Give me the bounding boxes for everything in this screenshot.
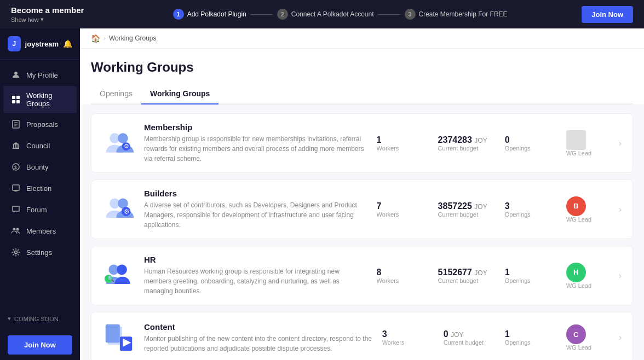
svg-point-26 [118,198,128,208]
wg-info-builders: Builders A diverse set of contributors, … [144,189,368,230]
wg-lead-stat-builders: B WG Lead [566,196,610,223]
wg-stats-builders: 7 Workers 3857225 JOY Current budget 3 O… [377,196,610,223]
step-1-num: 1 [173,9,184,20]
election-icon [11,183,21,193]
breadcrumb-home-icon[interactable]: 🏠 [91,34,100,43]
sidebar-item-members[interactable]: Members [3,220,77,241]
wg-card-membership[interactable]: ⚙ Membership Membership group is respons… [91,113,633,173]
wg-stats-content: 3 Workers 0 JOY Current budget 1 Opening… [382,324,610,351]
wg-budget-membership: 2374283 JOY Current budget [438,135,487,152]
step-1: 1 Add Polkadot Plugin [173,9,246,20]
svg-text:⚙: ⚙ [124,143,129,149]
wg-openings-content: 1 Openings [505,329,549,346]
sidebar-item-bounty[interactable]: $ Bounty [3,156,77,177]
tab-working-groups[interactable]: Working Groups [141,84,219,104]
wg-stats-hr: 8 Workers 5152677 JOY Current budget 1 O… [377,263,610,289]
sidebar: J joystream 🔔 My Profile Working Groups [0,28,80,360]
sidebar-label-working-groups: Working Groups [26,91,69,108]
wg-desc-content: Monitor publishing of the new content in… [144,334,373,353]
wg-budget-builders: 3857225 JOY Current budget [438,201,487,218]
step-2-label: Connect A Polkadot Account [291,10,374,18]
svg-point-0 [14,72,18,75]
svg-point-30 [117,264,127,275]
svg-rect-3 [12,100,15,103]
wg-icon-content [102,321,135,354]
members-icon [11,226,21,236]
wg-lead-avatar-hr: H [566,263,586,282]
wg-lead-stat-content: C WG Lead [566,324,610,351]
svg-rect-9 [13,144,14,148]
coming-soon-toggle[interactable]: ▾ COMING SOON [8,312,72,326]
wg-card-builders[interactable]: ⚙ Builders A diverse set of contributors… [91,179,633,239]
svg-rect-1 [12,96,15,99]
bounty-icon: $ [11,162,21,172]
coming-soon-section: ▾ COMING SOON [0,307,80,330]
logo-icon: J [8,36,21,51]
wg-openings-builders: 3 Openings [505,201,549,218]
profile-icon [11,70,21,80]
wg-budget-content: 0 JOY Current budget [444,329,487,346]
wg-card-content[interactable]: Content Monitor publishing of the new co… [91,312,633,360]
join-now-banner-button[interactable]: Join Now [582,6,633,23]
sidebar-item-proposals[interactable]: Proposals [3,114,77,135]
svg-rect-4 [16,100,20,103]
sidebar-item-election[interactable]: Election [3,178,77,199]
svg-rect-34 [106,324,120,343]
wg-desc-builders: A diverse set of contributors, such as D… [144,200,368,230]
svg-point-18 [13,228,16,231]
sidebar-item-my-profile[interactable]: My Profile [3,65,77,85]
sidebar-label-settings: Settings [26,248,52,257]
breadcrumb: 🏠 › Working Groups [80,28,644,49]
wg-openings-hr: 1 Openings [505,268,549,284]
step-3-label: Create Membership For FREE [419,10,508,18]
wg-name-membership: Membership [144,123,368,132]
wg-workers-hr: 8 Workers [377,268,421,284]
wg-info-hr: HR Human Resources working group is resp… [144,255,368,296]
coming-soon-label: COMING SOON [14,316,59,322]
sidebar-label-proposals: Proposals [26,120,58,129]
sidebar-label-election: Election [26,184,51,193]
sidebar-item-settings[interactable]: Settings [3,242,77,263]
working-groups-icon [11,95,21,104]
wg-lead-avatar-builders: B [566,196,586,216]
sidebar-nav: My Profile Working Groups Proposals Coun… [0,60,80,307]
wg-openings-membership: 0 Openings [505,135,549,152]
council-icon [11,141,21,150]
svg-text:⚙: ⚙ [124,208,130,216]
wg-lead-avatar-content: C [566,324,586,344]
content-area: 🏠 › Working Groups Working Groups Openin… [80,28,644,360]
wg-icon-membership: ⚙ [102,127,135,160]
banner-title: Become a member [11,5,99,15]
step-3: 3 Create Membership For FREE [405,9,508,20]
step-connector-1 [251,14,273,15]
sidebar-label-profile: My Profile [26,71,58,79]
wg-workers-content: 3 Workers [382,329,426,346]
chevron-right-icon-hr: › [619,271,622,281]
sidebar-label-forum: Forum [26,206,47,214]
banner-left: Become a member Show how ▾ [11,5,99,23]
notification-icon[interactable]: 🔔 [63,39,72,48]
top-banner: Become a member Show how ▾ 1 Add Polkado… [0,0,644,28]
sidebar-item-working-groups[interactable]: Working Groups [3,86,77,113]
wg-card-hr[interactable]: 🔍 HR Human Resources working group is re… [91,246,633,305]
wg-workers-builders: 7 Workers [377,201,421,218]
page-title: Working Groups [91,60,633,75]
tab-openings[interactable]: Openings [91,84,141,104]
wg-name-builders: Builders [144,189,368,198]
sidebar-logo: J joystream 🔔 [0,28,80,60]
chevron-right-icon-content: › [619,333,622,342]
working-groups-list: ⚙ Membership Membership group is respons… [80,104,644,360]
main-layout: J joystream 🔔 My Profile Working Groups [0,28,644,360]
wg-info-membership: Membership Membership group is responsib… [144,123,368,164]
show-how-button[interactable]: Show how ▾ [11,16,99,23]
svg-point-20 [15,251,18,254]
svg-text:🔍: 🔍 [107,275,114,282]
sidebar-label-members: Members [26,227,56,235]
join-now-sidebar-button[interactable]: Join Now [8,335,72,355]
wg-lead-stat-hr: H WG Lead [566,263,610,289]
wg-name-hr: HR [144,255,368,264]
svg-rect-2 [16,96,20,99]
sidebar-item-council[interactable]: Council [3,135,77,156]
sidebar-item-forum[interactable]: Forum [3,199,77,220]
chevron-right-icon-builders: › [619,205,622,214]
